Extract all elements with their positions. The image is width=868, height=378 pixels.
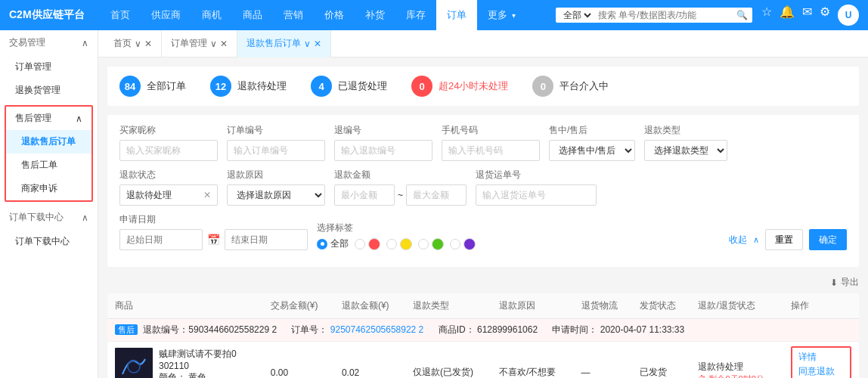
filter-phone: 手机号码 — [442, 124, 540, 161]
search-area: 全部 🔍 — [556, 8, 752, 23]
tab-refund-aftersale[interactable]: 退款售后订单 ∨ ✕ — [237, 30, 331, 57]
tag-purple[interactable] — [450, 238, 476, 250]
filter-apply-date-label: 申请日期 — [119, 213, 308, 226]
tab-order-close[interactable]: ✕ — [220, 39, 228, 49]
confirm-btn[interactable]: 确定 — [809, 229, 847, 250]
table-container: ⬇ 导出 商品 交易金额(¥) 退款金额(¥) 退款类型 退款原因 退货物流 — [107, 273, 859, 378]
tag-red-radio — [355, 239, 365, 249]
filter-order-no-input[interactable] — [227, 140, 325, 161]
filter-buyer-name-input[interactable] — [119, 140, 218, 161]
filter-refund-type-select[interactable]: 选择退款类型 — [644, 140, 727, 161]
refund-amount-cell: 0.02 — [334, 342, 405, 379]
date-start-input[interactable] — [119, 229, 203, 250]
col-product: 商品 — [107, 293, 263, 319]
filter-sale-type-select[interactable]: 选择售中/售后 — [549, 140, 635, 161]
refund-status-text: 退款待处理 — [698, 361, 775, 373]
settings-icon[interactable]: ⚙ — [820, 5, 830, 26]
sidebar-item-merchant-appeal[interactable]: 商家申诉 — [6, 177, 91, 200]
nav-inventory[interactable]: 库存 — [395, 0, 436, 30]
stat-all-orders[interactable]: 84 全部订单 — [119, 76, 186, 97]
stat-overdue[interactable]: 0 超24小时未处理 — [411, 76, 508, 97]
stat-platform[interactable]: 0 平台介入中 — [532, 76, 609, 97]
nav-home[interactable]: 首页 — [100, 0, 141, 30]
nav-order[interactable]: 订单 — [436, 0, 477, 30]
tag-red[interactable] — [355, 238, 380, 250]
trade-amount-cell: 0.00 — [263, 342, 334, 379]
stat-label-overdue: 超24小时未处理 — [439, 79, 508, 93]
stat-returned[interactable]: 4 已退货处理 — [311, 76, 387, 97]
nav-price[interactable]: 价格 — [314, 0, 355, 30]
sidebar-item-exchange[interactable]: 退换货管理 — [0, 79, 98, 102]
sidebar-item-download-center[interactable]: 订单下载中心 — [0, 230, 98, 253]
stat-label-all: 全部订单 — [147, 79, 186, 93]
product-cell: 贼肆测试请不要拍0 302110 颜色： 黄色 数量： 1 — [107, 342, 263, 379]
filter-sale-type-label: 售中/售后 — [549, 124, 635, 137]
filter-row-2: 退款状态 退款待处理 ✕ 退款原因 选择退款原因 退款金额 — [119, 169, 847, 206]
tag-green-radio — [418, 239, 429, 249]
bell-icon[interactable]: 🔔 — [780, 5, 795, 26]
sidebar-section-trading[interactable]: 交易管理 ∧ — [0, 30, 98, 55]
search-scope-select[interactable]: 全部 — [560, 9, 594, 21]
product-info: 贼肆测试请不要拍0 302110 颜色： 黄色 数量： 1 — [159, 348, 237, 378]
filter-sale-type: 售中/售后 选择售中/售后 — [549, 124, 635, 161]
user-avatar[interactable]: U — [838, 5, 859, 26]
detail-btn[interactable]: 详情 — [798, 351, 844, 364]
sidebar-item-refund-order[interactable]: 退款售后订单 — [6, 130, 91, 153]
filter-refund-no-input[interactable] — [334, 140, 432, 161]
sidebar-section-download[interactable]: 订单下载中心 ∧ — [0, 205, 98, 230]
order-info-cell: 售后 退款编号：5903446602558229 2 订单号： 92507462… — [107, 319, 859, 342]
tag-all[interactable]: 全部 — [317, 237, 349, 250]
stat-refund-pending[interactable]: 12 退款待处理 — [210, 76, 287, 97]
stat-label-platform: 平台介入中 — [560, 79, 609, 93]
tab-order-manage[interactable]: 订单管理 ∨ ✕ — [162, 30, 237, 57]
sidebar-section-aftersale[interactable]: 售后管理 ∧ — [6, 107, 91, 130]
reset-btn[interactable]: 重置 — [765, 229, 803, 250]
tab-home[interactable]: 首页 ∨ ✕ — [104, 30, 162, 57]
filter-refund-status: 退款状态 退款待处理 ✕ — [119, 169, 218, 206]
filter-phone-input[interactable] — [442, 140, 540, 161]
sidebar-item-order-manage[interactable]: 订单管理 — [0, 55, 98, 79]
tag-yellow[interactable] — [386, 238, 412, 250]
nav-opportunity[interactable]: 商机 — [191, 0, 232, 30]
collapse-btn[interactable]: 收起 — [729, 234, 747, 246]
filter-refund-amount-max[interactable] — [406, 184, 467, 206]
action-box: 详情 同意退款 备注 — [791, 346, 851, 378]
tab-home-chevron[interactable]: ∨ — [135, 39, 141, 49]
filter-refund-amount-min[interactable] — [334, 184, 395, 206]
order-no-link[interactable]: 92507462505658922 2 — [330, 324, 423, 335]
tab-order-chevron[interactable]: ∨ — [210, 39, 217, 49]
search-input[interactable] — [594, 10, 736, 20]
refund-status-clear-btn[interactable]: ✕ — [203, 190, 211, 200]
tab-home-close[interactable]: ✕ — [144, 39, 152, 49]
filter-refund-reason-select[interactable]: 选择退款原因 — [227, 184, 325, 206]
tag-green[interactable] — [418, 238, 444, 250]
stat-label-returned: 已退货处理 — [338, 79, 387, 93]
tab-refund-close[interactable]: ✕ — [314, 39, 321, 49]
filter-apply-date: 申请日期 📅 — [119, 213, 308, 250]
col-ship-status: 发货状态 — [632, 293, 690, 319]
nav-marketing[interactable]: 营销 — [273, 0, 314, 30]
mail-icon[interactable]: ✉ — [802, 5, 812, 26]
search-icon[interactable]: 🔍 — [736, 10, 748, 20]
stat-badge-overdue: 0 — [411, 76, 432, 97]
nav-more[interactable]: 更多 ▾ — [477, 0, 527, 30]
col-trade-amount: 交易金额(¥) — [263, 293, 334, 319]
export-btn[interactable]: ⬇ 导出 — [830, 276, 859, 289]
filter-tags: 选择标签 全部 — [317, 222, 476, 250]
star-icon[interactable]: ☆ — [761, 5, 772, 26]
tab-refund-chevron[interactable]: ∨ — [304, 39, 311, 49]
agree-refund-btn[interactable]: 同意退款 — [798, 365, 844, 378]
nav-replenish[interactable]: 补货 — [355, 0, 395, 30]
date-end-input[interactable] — [225, 229, 308, 250]
stat-label-refund: 退款待处理 — [237, 79, 287, 93]
tag-all-radio — [317, 239, 327, 249]
stats-row: 84 全部订单 12 退款待处理 4 已退货处理 0 超24小时未处理 0 — [107, 67, 859, 106]
sidebar-item-aftersale-workorder[interactable]: 售后工单 — [6, 153, 91, 177]
filter-refund-reason: 退款原因 选择退款原因 — [227, 169, 325, 206]
filter-refund-logistics-input[interactable] — [476, 184, 597, 206]
col-action: 操作 — [783, 293, 859, 319]
stat-badge-refund: 12 — [210, 76, 231, 97]
brand-title: C2M供应链平台 — [9, 8, 85, 22]
nav-product[interactable]: 商品 — [232, 0, 273, 30]
nav-supplier[interactable]: 供应商 — [141, 0, 191, 30]
